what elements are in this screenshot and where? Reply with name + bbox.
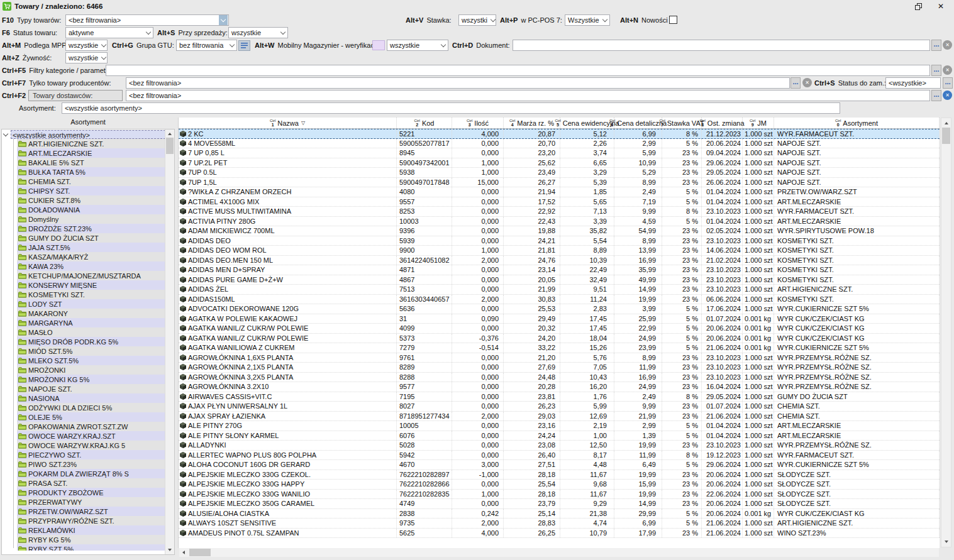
table-row[interactable]: ALLADYNKI50280,00023,0812,5019,9923 %23.… — [179, 441, 940, 451]
scroll-left-icon[interactable] — [182, 551, 185, 554]
tree-item[interactable]: MAKARONY — [17, 309, 165, 318]
tree-item[interactable]: OLEJE 5% — [17, 412, 165, 422]
scroll-up-icon[interactable] — [168, 133, 172, 135]
table-row[interactable]: ACTIVE MUSS MULTIWITAMINA82530,00022,927… — [179, 207, 940, 217]
table-row[interactable]: ALWAYS 10SZT SENSITIVE97352,00028,834,74… — [179, 519, 940, 529]
grupa-gtu-dropdown[interactable]: bez filtrowania — [176, 40, 237, 51]
chevron-down-icon[interactable] — [219, 15, 228, 25]
tree-item[interactable]: MLEKO SZT.5% — [17, 356, 165, 365]
column-header-jm[interactable]: Ctrl9JM — [743, 118, 774, 128]
column-header-cena-ewidencyjna[interactable]: Ctrl5Cena ewidencyjna — [560, 118, 614, 128]
dostawcy-label-box[interactable]: Towary dostawców: — [28, 90, 123, 101]
filtry-kategorie-clear-icon[interactable]: ✕ — [943, 65, 952, 75]
pcpos-dropdown[interactable]: Wszystkie — [565, 14, 610, 26]
tree-item[interactable]: MIĘSO DRÓB PODR.KG 5% — [17, 337, 165, 346]
table-row[interactable]: AGATKA WANIL/Z CUKR/W POLEWIE5373-0,3762… — [179, 334, 940, 344]
tree-item[interactable]: KOSMETYKI SZT. — [17, 290, 165, 299]
table-row[interactable]: 7 UP.2L PET59004973420011,00025,626,6510… — [179, 158, 940, 168]
table-row[interactable]: AMADEUS PINOT 0.75L SZAMPAN56254,00026,2… — [179, 529, 940, 539]
tree-item[interactable]: KETCHUP/MAJONEZ/MUSZTARDA — [17, 271, 165, 280]
table-row[interactable]: 2 KC52214,00020,875,126,998 %21.12.20231… — [179, 129, 940, 139]
table-hscroll-thumb[interactable] — [189, 549, 211, 556]
table-row[interactable]: ALPEJSKIE MLECZKO 330G HAPPY762221028286… — [179, 480, 940, 490]
restore-window-icon[interactable] — [915, 3, 921, 9]
table-row[interactable]: AJAX PŁYN UNIWERSALNY 1L80270,00026,235,… — [179, 402, 940, 412]
tree-item[interactable]: PRZETW.OW/WARZ.SZT — [17, 507, 165, 516]
table-row[interactable]: ACTIMEL 4X100G MIX95570,00017,525,657,19… — [179, 197, 940, 207]
table-row[interactable]: AGROWŁÓKNINA 1,6X5 PLANTA97610,00021,205… — [179, 353, 940, 363]
dostawcy-browse-button[interactable]: ... — [931, 90, 941, 101]
table-row[interactable]: ADVOCATKI DEKOROWANE 120G56360,00025,532… — [179, 304, 940, 314]
tree-item[interactable]: BUŁKA TARTA 5% — [17, 167, 165, 177]
asortyment-filter-input[interactable]: <wszystkie asortymenty> — [62, 102, 840, 114]
przy-sprzedazy-dropdown[interactable]: wszystkie — [228, 27, 288, 38]
tree-item[interactable]: PIWO SZT.23% — [17, 459, 165, 469]
podlega-mpp-dropdown[interactable]: wszystkie — [65, 40, 108, 51]
scroll-up-icon[interactable] — [945, 122, 948, 124]
column-header-ilo-[interactable]: Ctrl3Ilość — [452, 118, 504, 128]
tree-item[interactable]: LODY SZT — [17, 299, 165, 309]
status-towaru-dropdown[interactable]: aktywne — [65, 27, 153, 38]
table-row[interactable]: ADIDAS DEO59390,00024,215,548,9923 %23.1… — [179, 236, 940, 246]
table-row[interactable]: AGROWŁÓKNINA 2,1X5 PLANTA82890,00027,697… — [179, 363, 940, 373]
table-row[interactable]: ADIDAS ŻEL75130,00021,999,5114,9923 %23.… — [179, 285, 940, 295]
table-vertical-scrollbar[interactable] — [941, 118, 951, 547]
table-row[interactable]: 4 MOVE558ML59005520778170,00020,702,262,… — [179, 139, 940, 149]
tree-item[interactable]: REKLAMÓWKI — [17, 525, 165, 535]
producenci-browse-button[interactable]: ... — [790, 77, 801, 89]
tree-item[interactable]: KAWA 23% — [17, 261, 165, 271]
table-row[interactable]: ALPEJSKIE MLECZKO 330G CZEKOL.7622210282… — [179, 470, 940, 480]
column-header-mar-a-rz-[interactable]: Ctrl4Marża rz. % — [504, 118, 560, 128]
tree-item[interactable]: DOŁADOWANIA — [17, 205, 165, 214]
dokument-input[interactable] — [513, 40, 930, 51]
tree-item[interactable]: RYBY KG 5% — [17, 535, 165, 544]
table-row[interactable]: AGROWŁÓKNINA 3,2X5 PLANTA82880,00024,481… — [179, 373, 940, 383]
tree-root-item[interactable]: <wszystkie asortymenty> — [2, 129, 165, 139]
filtry-kategorie-input[interactable] — [106, 65, 930, 76]
tree-item[interactable]: KASZA/MĄKA/RYŻ — [17, 252, 165, 261]
filtry-kategorie-browse-button[interactable]: ... — [931, 65, 941, 76]
sidebar-scrollbar-thumb[interactable] — [166, 138, 174, 154]
column-header-nazwa[interactable]: Ctrl1Nazwa▽ — [179, 118, 397, 128]
column-header-stawka-vat[interactable]: Ctrl7Stawka VAT — [662, 118, 702, 128]
table-row[interactable]: AGROWŁÓKNINA 3.2X1095770,00020,2816,2024… — [179, 382, 940, 392]
table-row[interactable]: ALLERTEC WAPNO PLUS 80G POLPHA59420,0002… — [179, 451, 940, 461]
column-header-asortyment[interactable]: Ctrl0Asortyment — [774, 118, 940, 128]
mobilny-magazynier-dropdown[interactable]: wszystkie — [387, 40, 448, 51]
tree-item[interactable]: CHIPSY SZT. — [17, 186, 165, 195]
table-row[interactable]: 7UP 1,5L590049701784815,00026,275,398,99… — [179, 178, 940, 188]
tree-item[interactable]: PRZYPRAWY/RÓŻNE SZT. — [17, 516, 165, 525]
table-row[interactable]: AJAX SPRAY ŁAZIENKA87189512774342,00029,… — [179, 412, 940, 422]
tree-item[interactable]: MROŻONKI KG 5% — [17, 375, 165, 384]
column-header-kod[interactable]: Ctrl2Kod — [397, 118, 452, 128]
table-vscroll-thumb[interactable] — [942, 128, 950, 144]
column-header-ost-zmiana[interactable]: Ctrl8Ost. zmiana — [702, 118, 743, 128]
status-do-zam-browse-button[interactable]: ... — [943, 77, 953, 89]
table-row[interactable]: ALE PITNY 270G100050,00023,162,192,995 %… — [179, 421, 940, 431]
table-row[interactable]: ADIDAS MEN D+SPRAY48710,00023,1422,4935,… — [179, 265, 940, 275]
tree-item[interactable]: MROŻONKI — [17, 365, 165, 375]
tree-item[interactable]: OPAKOWANIA ZWROT.SZT.ZW — [17, 422, 165, 431]
gtu-list-icon[interactable] — [238, 40, 250, 51]
tree-item[interactable]: CUKIER SZT.8% — [17, 195, 165, 205]
table-row[interactable]: ALUSIE/ALOHA CIASTKA28380,24225,1421,382… — [179, 509, 940, 519]
table-row[interactable]: ALPEJSKIE MLECZKO 350G CARAMEL47490,0002… — [179, 499, 940, 509]
tree-item[interactable]: DROŻDŻE SZT.23% — [17, 224, 165, 233]
dokument-clear-icon[interactable]: ✕ — [943, 40, 952, 50]
table-row[interactable]: ADIDAS PURE GAME D+Ż+W48670,00020,0532,4… — [179, 275, 940, 285]
table-row[interactable]: AGATKA W POLEWIE KAKAOWEJ310,09029,4917,… — [179, 314, 940, 324]
table-row[interactable]: 7 UP 0,85 L89450,00023,203,745,9923 %09.… — [179, 148, 940, 158]
tree-item[interactable]: ODŻYWKI DLA DZIECI 5% — [17, 403, 165, 412]
tree-item[interactable]: GUMY DO ŻUCIA SZT — [17, 233, 165, 243]
tree-item[interactable]: NASIONA — [17, 393, 165, 403]
tree-item[interactable]: ART.MLECZARSKIE — [17, 148, 165, 158]
table-horizontal-scrollbar[interactable] — [179, 548, 939, 557]
scroll-down-icon[interactable] — [168, 549, 172, 551]
dokument-browse-button[interactable]: ... — [931, 40, 941, 51]
tree-root-label[interactable]: <wszystkie asortymenty> — [11, 130, 165, 139]
status-do-zam-dropdown[interactable]: <wszystkie> — [885, 77, 941, 89]
table-row[interactable]: ALOHA COCONUT 160G DR GERARD46703,00027,… — [179, 460, 940, 470]
tree-item[interactable]: OWOCE WARZYW.KRAJ.KG 5 — [17, 441, 165, 450]
tree-item[interactable]: PIECZYWO SZT. — [17, 450, 165, 459]
chevron-down-icon[interactable] — [3, 131, 8, 136]
